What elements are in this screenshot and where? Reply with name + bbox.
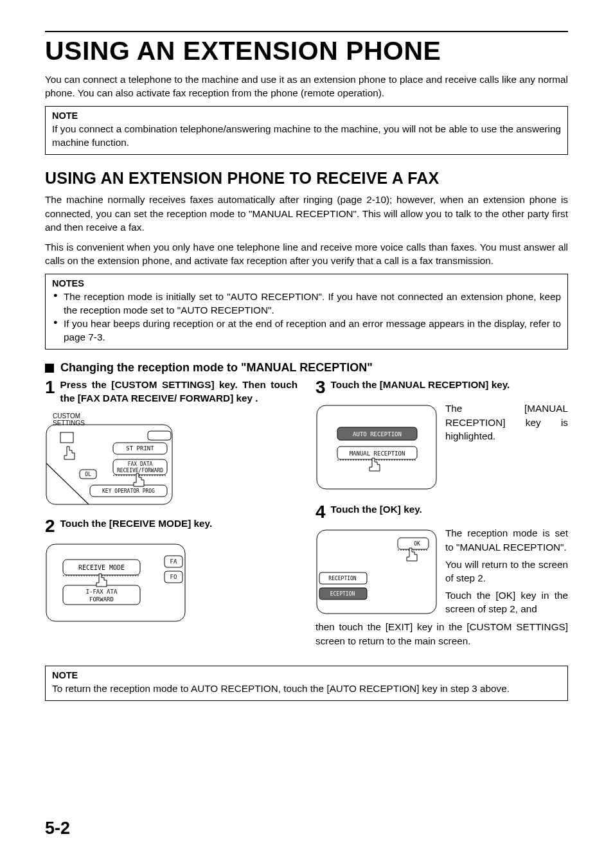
step-side-text: The reception mode is set to "MANUAL REC… xyxy=(445,526,568,553)
panel-step3: AUTO RECEPTION MANUAL RECEPTION xyxy=(315,402,438,492)
btn-label: FAX DATA xyxy=(128,461,153,467)
svg-rect-9 xyxy=(46,544,185,621)
btn-label: MANUAL RECEPTION xyxy=(350,450,405,457)
step-below-text: then touch the [EXIT] key in the [CUSTOM… xyxy=(315,620,568,647)
step-number: 4 xyxy=(315,503,326,521)
step-4: 4 Touch the [OK] key. OK RECEPTION xyxy=(315,503,568,647)
step-title: Touch the [MANUAL RECEPTION] key. xyxy=(331,378,568,392)
section-p1: The machine normally receives faxes auto… xyxy=(45,193,568,233)
btn-label: RECEIVE/FORWARD xyxy=(117,468,163,474)
label: CUSTOM xyxy=(53,412,80,420)
notes-item: The reception mode is initially set to "… xyxy=(64,290,561,317)
subsection-heading: Changing the reception mode to "MANUAL R… xyxy=(45,361,568,375)
btn-label: RECEIVE MODE xyxy=(78,564,125,571)
btn-label: FORWARD xyxy=(89,596,114,603)
section-heading: USING AN EXTENSION PHONE TO RECEIVE A FA… xyxy=(45,169,568,188)
step-number: 3 xyxy=(315,378,326,396)
page-title: USING AN EXTENSION PHONE xyxy=(45,36,568,66)
btn-label: I-FAX ATA xyxy=(86,589,118,595)
svg-rect-15 xyxy=(317,405,436,489)
square-bullet-icon xyxy=(45,364,54,373)
btn-label: OL xyxy=(85,472,91,477)
btn-label: FA xyxy=(170,558,177,565)
svg-rect-2 xyxy=(60,432,73,443)
page-number: 5-2 xyxy=(45,819,70,838)
step-title: Touch the [OK] key. xyxy=(331,503,568,517)
btn-label: AUTO RECEPTION xyxy=(353,431,402,438)
step-3: 3 Touch the [MANUAL RECEPTION] key. AUTO… xyxy=(315,378,568,492)
subsection-heading-text: Changing the reception mode to "MANUAL R… xyxy=(60,361,373,375)
step-number: 1 xyxy=(45,378,55,396)
btn-label: OK xyxy=(414,541,420,547)
btn-label: FO xyxy=(170,574,177,580)
notes-box-2: NOTES The reception mode is initially se… xyxy=(45,274,568,350)
note-text: To return the reception mode to AUTO REC… xyxy=(52,682,561,695)
svg-rect-20 xyxy=(398,538,429,549)
step-number: 2 xyxy=(45,517,55,535)
intro-paragraph: You can connect a telephone to the machi… xyxy=(45,73,568,100)
label: SETTINGS xyxy=(53,420,85,427)
top-rule xyxy=(45,31,568,32)
note-box-1: NOTE If you connect a combination teleph… xyxy=(45,106,568,155)
svg-rect-3 xyxy=(148,431,171,440)
step-2: 2 Touch the [RECEIVE MODE] key. RECEIVE … xyxy=(45,517,298,624)
section-p2: This is convenient when you only have on… xyxy=(45,240,568,267)
hand-pointer-icon xyxy=(64,447,75,459)
panel-step1: CUSTOM SETTINGS ST PRINT xyxy=(45,411,173,506)
btn-label: RECEPTION xyxy=(328,576,357,581)
step-side-text: Touch the [OK] key in the screen of step… xyxy=(445,589,568,616)
step-side-text: You will return to the screen of step 2. xyxy=(445,558,568,585)
note-title: NOTE xyxy=(52,111,561,121)
btn-label: KEY OPERATOR PROG xyxy=(102,488,155,494)
note-box-3: NOTE To return the reception mode to AUT… xyxy=(45,666,568,701)
notes-title: NOTES xyxy=(52,278,561,288)
panel-step4: OK RECEPTION ECEPTION xyxy=(315,526,438,616)
btn-label: ST PRINT xyxy=(126,445,154,452)
step-title: Touch the [RECEIVE MODE] key. xyxy=(60,517,298,531)
note-title: NOTE xyxy=(52,670,561,680)
step-1: 1 Press the [CUSTOM SETTINGS] key. Then … xyxy=(45,378,298,505)
panel-step2: RECEIVE MODE I-FAX ATA FORWARD FA FO xyxy=(45,540,186,624)
note-text: If you connect a combination telephone/a… xyxy=(52,122,561,149)
step-title: Press the [CUSTOM SETTINGS] key. Then to… xyxy=(60,378,298,405)
btn-label: ECEPTION xyxy=(330,591,355,597)
step-side-text: The [MANUAL RECEPTION] key is highlighte… xyxy=(445,402,568,492)
notes-item: If you hear beeps during reception or at… xyxy=(64,317,561,344)
